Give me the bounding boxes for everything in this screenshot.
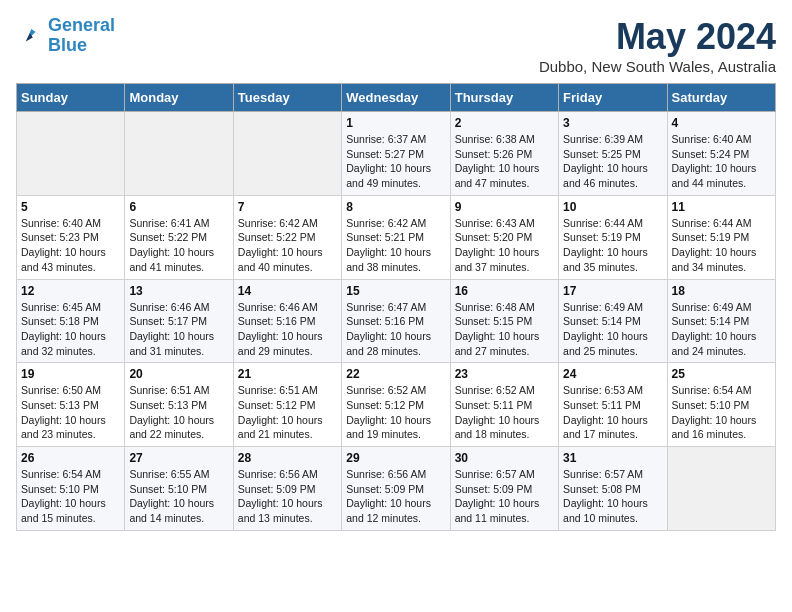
header-day-friday: Friday [559, 84, 667, 112]
calendar-cell: 1Sunrise: 6:37 AMSunset: 5:27 PMDaylight… [342, 112, 450, 196]
day-info: Sunrise: 6:39 AMSunset: 5:25 PMDaylight:… [563, 132, 662, 191]
calendar-header: SundayMondayTuesdayWednesdayThursdayFrid… [17, 84, 776, 112]
header-day-tuesday: Tuesday [233, 84, 341, 112]
day-number: 17 [563, 284, 662, 298]
day-number: 6 [129, 200, 228, 214]
calendar-cell: 19Sunrise: 6:50 AMSunset: 5:13 PMDayligh… [17, 363, 125, 447]
day-number: 28 [238, 451, 337, 465]
calendar-cell: 4Sunrise: 6:40 AMSunset: 5:24 PMDaylight… [667, 112, 775, 196]
day-info: Sunrise: 6:52 AMSunset: 5:11 PMDaylight:… [455, 383, 554, 442]
calendar-cell [233, 112, 341, 196]
calendar-cell: 20Sunrise: 6:51 AMSunset: 5:13 PMDayligh… [125, 363, 233, 447]
calendar-cell: 31Sunrise: 6:57 AMSunset: 5:08 PMDayligh… [559, 447, 667, 531]
calendar-cell: 8Sunrise: 6:42 AMSunset: 5:21 PMDaylight… [342, 195, 450, 279]
calendar-cell: 6Sunrise: 6:41 AMSunset: 5:22 PMDaylight… [125, 195, 233, 279]
calendar-cell: 10Sunrise: 6:44 AMSunset: 5:19 PMDayligh… [559, 195, 667, 279]
day-number: 29 [346, 451, 445, 465]
calendar-cell [667, 447, 775, 531]
day-info: Sunrise: 6:40 AMSunset: 5:23 PMDaylight:… [21, 216, 120, 275]
day-info: Sunrise: 6:42 AMSunset: 5:22 PMDaylight:… [238, 216, 337, 275]
calendar-body: 1Sunrise: 6:37 AMSunset: 5:27 PMDaylight… [17, 112, 776, 531]
calendar-cell: 9Sunrise: 6:43 AMSunset: 5:20 PMDaylight… [450, 195, 558, 279]
calendar-cell: 17Sunrise: 6:49 AMSunset: 5:14 PMDayligh… [559, 279, 667, 363]
header-day-saturday: Saturday [667, 84, 775, 112]
day-number: 10 [563, 200, 662, 214]
day-info: Sunrise: 6:37 AMSunset: 5:27 PMDaylight:… [346, 132, 445, 191]
day-info: Sunrise: 6:43 AMSunset: 5:20 PMDaylight:… [455, 216, 554, 275]
day-number: 30 [455, 451, 554, 465]
calendar-cell: 22Sunrise: 6:52 AMSunset: 5:12 PMDayligh… [342, 363, 450, 447]
day-info: Sunrise: 6:57 AMSunset: 5:08 PMDaylight:… [563, 467, 662, 526]
day-number: 5 [21, 200, 120, 214]
page-header: General Blue May 2024 Dubbo, New South W… [16, 16, 776, 75]
day-number: 18 [672, 284, 771, 298]
day-number: 27 [129, 451, 228, 465]
day-number: 23 [455, 367, 554, 381]
calendar-cell: 26Sunrise: 6:54 AMSunset: 5:10 PMDayligh… [17, 447, 125, 531]
day-info: Sunrise: 6:54 AMSunset: 5:10 PMDaylight:… [672, 383, 771, 442]
calendar-cell: 15Sunrise: 6:47 AMSunset: 5:16 PMDayligh… [342, 279, 450, 363]
calendar-week-4: 19Sunrise: 6:50 AMSunset: 5:13 PMDayligh… [17, 363, 776, 447]
calendar-cell: 2Sunrise: 6:38 AMSunset: 5:26 PMDaylight… [450, 112, 558, 196]
day-info: Sunrise: 6:48 AMSunset: 5:15 PMDaylight:… [455, 300, 554, 359]
day-info: Sunrise: 6:49 AMSunset: 5:14 PMDaylight:… [563, 300, 662, 359]
day-number: 21 [238, 367, 337, 381]
calendar-cell: 29Sunrise: 6:56 AMSunset: 5:09 PMDayligh… [342, 447, 450, 531]
calendar-cell: 14Sunrise: 6:46 AMSunset: 5:16 PMDayligh… [233, 279, 341, 363]
day-info: Sunrise: 6:55 AMSunset: 5:10 PMDaylight:… [129, 467, 228, 526]
calendar-cell: 16Sunrise: 6:48 AMSunset: 5:15 PMDayligh… [450, 279, 558, 363]
day-info: Sunrise: 6:54 AMSunset: 5:10 PMDaylight:… [21, 467, 120, 526]
day-number: 1 [346, 116, 445, 130]
header-day-monday: Monday [125, 84, 233, 112]
calendar-cell: 27Sunrise: 6:55 AMSunset: 5:10 PMDayligh… [125, 447, 233, 531]
calendar-cell: 12Sunrise: 6:45 AMSunset: 5:18 PMDayligh… [17, 279, 125, 363]
day-info: Sunrise: 6:46 AMSunset: 5:16 PMDaylight:… [238, 300, 337, 359]
calendar-cell [17, 112, 125, 196]
day-info: Sunrise: 6:49 AMSunset: 5:14 PMDaylight:… [672, 300, 771, 359]
calendar-cell: 23Sunrise: 6:52 AMSunset: 5:11 PMDayligh… [450, 363, 558, 447]
day-info: Sunrise: 6:42 AMSunset: 5:21 PMDaylight:… [346, 216, 445, 275]
day-number: 8 [346, 200, 445, 214]
day-number: 4 [672, 116, 771, 130]
day-info: Sunrise: 6:38 AMSunset: 5:26 PMDaylight:… [455, 132, 554, 191]
calendar-cell: 21Sunrise: 6:51 AMSunset: 5:12 PMDayligh… [233, 363, 341, 447]
day-number: 22 [346, 367, 445, 381]
day-info: Sunrise: 6:50 AMSunset: 5:13 PMDaylight:… [21, 383, 120, 442]
day-info: Sunrise: 6:44 AMSunset: 5:19 PMDaylight:… [672, 216, 771, 275]
day-info: Sunrise: 6:56 AMSunset: 5:09 PMDaylight:… [238, 467, 337, 526]
day-number: 11 [672, 200, 771, 214]
day-number: 3 [563, 116, 662, 130]
calendar-week-1: 1Sunrise: 6:37 AMSunset: 5:27 PMDaylight… [17, 112, 776, 196]
calendar-cell: 24Sunrise: 6:53 AMSunset: 5:11 PMDayligh… [559, 363, 667, 447]
title-block: May 2024 Dubbo, New South Wales, Austral… [539, 16, 776, 75]
calendar-cell: 11Sunrise: 6:44 AMSunset: 5:19 PMDayligh… [667, 195, 775, 279]
day-info: Sunrise: 6:40 AMSunset: 5:24 PMDaylight:… [672, 132, 771, 191]
calendar-title: May 2024 [539, 16, 776, 58]
logo-bird-icon [16, 22, 44, 50]
day-number: 13 [129, 284, 228, 298]
day-info: Sunrise: 6:46 AMSunset: 5:17 PMDaylight:… [129, 300, 228, 359]
logo: General Blue [16, 16, 115, 56]
day-number: 12 [21, 284, 120, 298]
calendar-subtitle: Dubbo, New South Wales, Australia [539, 58, 776, 75]
day-info: Sunrise: 6:57 AMSunset: 5:09 PMDaylight:… [455, 467, 554, 526]
calendar-cell: 13Sunrise: 6:46 AMSunset: 5:17 PMDayligh… [125, 279, 233, 363]
day-info: Sunrise: 6:56 AMSunset: 5:09 PMDaylight:… [346, 467, 445, 526]
day-info: Sunrise: 6:51 AMSunset: 5:12 PMDaylight:… [238, 383, 337, 442]
day-number: 14 [238, 284, 337, 298]
calendar-cell: 30Sunrise: 6:57 AMSunset: 5:09 PMDayligh… [450, 447, 558, 531]
day-number: 26 [21, 451, 120, 465]
header-row: SundayMondayTuesdayWednesdayThursdayFrid… [17, 84, 776, 112]
day-number: 7 [238, 200, 337, 214]
day-number: 2 [455, 116, 554, 130]
day-number: 16 [455, 284, 554, 298]
day-number: 20 [129, 367, 228, 381]
calendar-cell: 18Sunrise: 6:49 AMSunset: 5:14 PMDayligh… [667, 279, 775, 363]
calendar-cell: 28Sunrise: 6:56 AMSunset: 5:09 PMDayligh… [233, 447, 341, 531]
calendar-week-5: 26Sunrise: 6:54 AMSunset: 5:10 PMDayligh… [17, 447, 776, 531]
calendar-cell: 25Sunrise: 6:54 AMSunset: 5:10 PMDayligh… [667, 363, 775, 447]
day-number: 9 [455, 200, 554, 214]
calendar-week-3: 12Sunrise: 6:45 AMSunset: 5:18 PMDayligh… [17, 279, 776, 363]
day-number: 19 [21, 367, 120, 381]
calendar-cell [125, 112, 233, 196]
